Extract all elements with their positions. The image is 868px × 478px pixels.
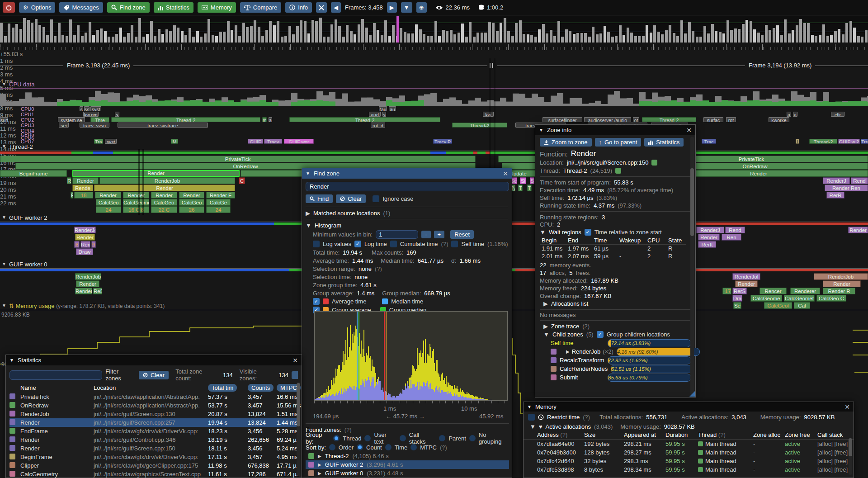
find-zone-search-input[interactable]: Render	[306, 182, 509, 191]
collapse-arrow-icon[interactable]: ▼	[530, 423, 536, 430]
column-zone-free[interactable]: Zone free	[785, 431, 817, 438]
close-icon[interactable]: ✕	[686, 127, 692, 134]
table-row[interactable]: 0x7dfaa64e00192 bytes298.21 ms59.95 sMai…	[537, 440, 849, 448]
alloc-call-stack[interactable]: [alloc] [free]	[817, 466, 863, 473]
table-row[interactable]: Renderjni/../jni/src/guif/Screen.cpp:150…	[9, 444, 298, 453]
show-avg-med-checkbox[interactable]: ✓	[313, 298, 320, 305]
collapse-arrow-icon[interactable]: ▼	[2, 303, 6, 308]
statistics-scrollbar[interactable]	[297, 382, 300, 476]
go-to-parent-button[interactable]: ↑Go to parent	[595, 138, 642, 147]
info-button[interactable]: Info	[285, 2, 312, 13]
zone-info-scrollbar[interactable]	[690, 137, 694, 395]
expand-arrow-icon[interactable]: ▶	[306, 210, 310, 217]
column-name[interactable]: Name	[20, 384, 94, 391]
table-row[interactable]: 0x7dfc42d64032 bytes298.3 ms59.95 sMain …	[537, 457, 849, 465]
table-row[interactable]: 0x7e049b3d00128 bytes298.27 ms59.95 sMai…	[537, 448, 849, 457]
crosshair-button[interactable]: ⊕	[416, 2, 427, 13]
table-row[interactable]: PrivateTickjni/../jni/src/claw/applicati…	[9, 393, 298, 401]
active-allocations-header[interactable]: Active allocations	[546, 423, 591, 430]
collapse-arrow-icon[interactable]: ▼	[539, 128, 543, 133]
table-row[interactable]: Renderjni/../jni/src/guif/Control.cpp:34…	[9, 435, 298, 444]
alloc-call-stack[interactable]: [alloc] [free]	[817, 458, 863, 464]
column-counts[interactable]: Counts	[248, 384, 274, 392]
table-row[interactable]: EndFramejni/../jni/src/claw/gfx/drv/vk/D…	[9, 427, 298, 435]
table-row[interactable]: 0x7dfc53d8988 bytes298.34 ms59.95 sMain …	[537, 465, 849, 474]
column-zone-alloc[interactable]: Zone alloc	[753, 431, 785, 438]
memory-scrollbar[interactable]	[849, 438, 852, 475]
child-zone-row[interactable]: Submit35.63 us (0.79%)	[540, 373, 691, 382]
zone-statistics-button[interactable]: Statistics	[644, 138, 684, 147]
table-row[interactable]: OnRedrawjni/../jni/src/claw/application/…	[9, 401, 298, 410]
log-time-checkbox[interactable]: ✓	[354, 241, 361, 247]
alloc-call-stack[interactable]: [alloc] [free]	[817, 449, 863, 456]
allocations-list[interactable]: Allocations list	[551, 300, 588, 307]
histogram-section-header[interactable]: ▼ Histogram	[306, 221, 508, 229]
frame-dropdown-button[interactable]: ▼	[401, 2, 412, 13]
log-values-checkbox[interactable]	[313, 241, 320, 247]
find-zone-histogram[interactable]	[314, 311, 508, 401]
expand-arrow-icon[interactable]: ▶	[566, 349, 570, 354]
column-total-time[interactable]: Total tim	[208, 384, 237, 392]
child-zone-row[interactable]: ▶RenderJob(×2)4.16 ms (92.60%)	[540, 347, 691, 356]
table-row[interactable]: Renderjni/../jni/src/guif/Screen.cpp:257…	[9, 418, 298, 427]
tools-button[interactable]	[316, 2, 327, 13]
ignore-case-checkbox[interactable]	[373, 195, 379, 202]
messages-button[interactable]: Messages	[59, 2, 103, 13]
options-button[interactable]: ⚙Options	[19, 2, 55, 13]
child-zone-row[interactable]: RecalcTransform72.92 us (1.62%)	[540, 356, 691, 364]
statistics-button[interactable]: Statistics	[154, 2, 193, 13]
filter-zones-input[interactable]	[9, 370, 102, 380]
column-appeared-at[interactable]: Appeared at	[624, 431, 665, 438]
sort-by-radio-order[interactable]	[329, 444, 335, 450]
collapse-arrow-icon[interactable]: ▼	[306, 171, 310, 176]
column-thread[interactable]: Thread	[698, 431, 717, 438]
thread-button[interactable]	[615, 168, 621, 174]
find-zone-titlebar[interactable]: ▼ Find zone ✕	[302, 168, 512, 179]
table-row[interactable]: BeginFramejni/../jni/src/claw/gfx/drv/vk…	[9, 453, 298, 461]
column-address[interactable]: Address	[537, 431, 559, 438]
group-by-radio-call-stacks[interactable]	[400, 435, 406, 441]
expand-arrow-icon[interactable]: ▶	[543, 300, 548, 307]
zone-trace-header[interactable]: Zone trace	[551, 323, 579, 330]
source-location-button[interactable]	[651, 160, 657, 166]
wait-regions-header[interactable]: Wait regions	[549, 229, 581, 236]
table-row[interactable]: RenderJobjni/../jni/src/guif/Screen.cpp:…	[9, 410, 298, 418]
matched-source-locations[interactable]: ▶ Matched source locations(1)	[306, 209, 508, 217]
collapse-arrow-icon[interactable]: ▼	[306, 222, 311, 229]
clear-button[interactable]: Clear	[336, 194, 366, 203]
memory-button[interactable]: Memory	[198, 2, 236, 13]
zoom-to-zone-button[interactable]: Zoom to zone	[540, 138, 592, 147]
collapse-arrow-icon[interactable]: ▼	[527, 404, 532, 409]
table-row[interactable]: Clipperjni/../jni/src/claw/gfx/geo/Clipp…	[9, 461, 298, 470]
timing-button-partial[interactable]	[292, 371, 298, 379]
time-relative-checkbox[interactable]: ✓	[585, 229, 591, 236]
group-by-radio-no-grouping[interactable]	[469, 435, 476, 441]
column-duration[interactable]: Duration	[665, 431, 698, 438]
column-size[interactable]: Size	[584, 431, 624, 438]
bin-plus-button[interactable]: +	[434, 231, 445, 238]
power-button[interactable]	[3, 2, 15, 13]
bin-reset-button[interactable]: Reset	[450, 230, 474, 239]
filter-clear-button[interactable]: Clear	[139, 371, 169, 379]
zone-info-titlebar[interactable]: ▼ Zone info ✕	[535, 125, 695, 135]
zone-group-row[interactable]: ▶GUIF worker 0(3,231) 4.48 s	[306, 469, 509, 478]
sort-by-radio-mtpc[interactable]	[410, 444, 417, 450]
alloc-call-stack[interactable]: [alloc] [free]	[817, 440, 863, 447]
expand-arrow-icon[interactable]: ▶	[318, 462, 321, 467]
memory-titlebar[interactable]: ▼ Memory ✕	[524, 402, 854, 412]
group-by-radio-user-text[interactable]	[364, 435, 371, 441]
child-zones-header[interactable]: Child zones	[552, 331, 583, 338]
group-by-radio-parent[interactable]	[439, 435, 445, 441]
find-zone-button[interactable]: Find zone	[107, 2, 150, 13]
group-by-radio-thread[interactable]	[333, 435, 340, 441]
close-icon[interactable]: ✕	[503, 170, 508, 177]
find-button[interactable]: Find	[306, 194, 333, 203]
expand-arrow-icon[interactable]: ▶	[318, 454, 321, 459]
close-icon[interactable]: ✕	[292, 357, 298, 364]
child-zone-row[interactable]: CalcRenderNodes51.51 us (1.15%)	[540, 364, 691, 373]
prev-frame-button[interactable]: ◀	[331, 2, 341, 13]
sort-by-radio-time[interactable]	[385, 444, 392, 450]
cumulate-time-checkbox[interactable]	[390, 241, 397, 247]
statistics-titlebar[interactable]: ▼ Statistics ✕	[6, 355, 302, 365]
min-bin-input[interactable]: 1	[376, 230, 418, 239]
